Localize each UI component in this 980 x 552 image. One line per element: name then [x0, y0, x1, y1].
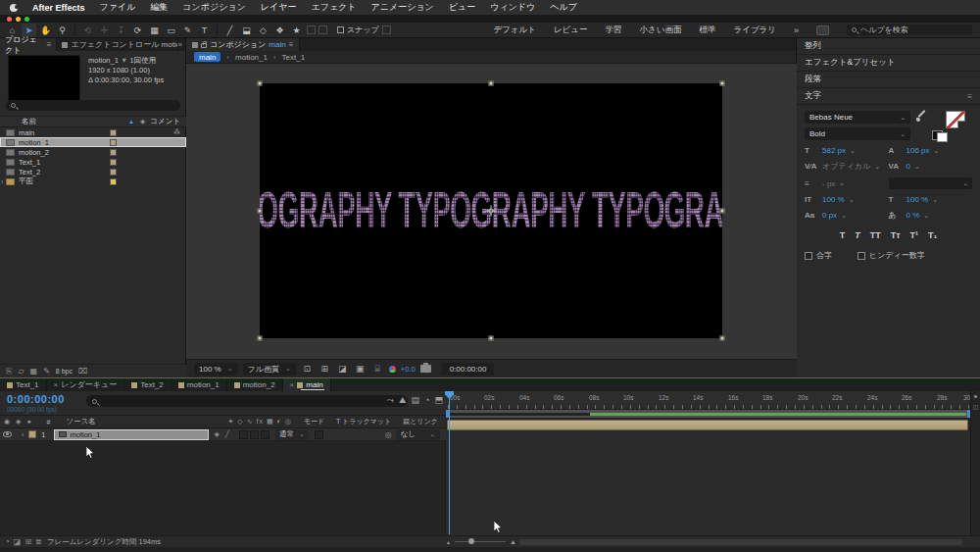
horizontal-scale-value[interactable]: 100 % [906, 195, 929, 204]
layer-list-empty-area[interactable] [0, 441, 446, 535]
column-source-name[interactable]: ソース名 [67, 417, 96, 427]
pen-tool-icon[interactable]: ✎ [180, 24, 195, 36]
folder-expander-icon[interactable]: › [1, 178, 3, 185]
usage-caret-icon[interactable]: ▼ [121, 56, 127, 65]
tab-overflow-icon[interactable]: » [178, 40, 185, 49]
panel-effects-presets[interactable]: エフェクト&プリセット [797, 55, 980, 72]
zoom-slider-knob[interactable] [468, 538, 474, 544]
stroke-color-swatch-alt[interactable] [937, 132, 948, 142]
project-row-motion-2[interactable]: motion_2 [0, 147, 186, 157]
layer-row-motion-1[interactable]: › 1 motion_1 ◈ ╱ 通常 ⌄ ◎ なし ⌄ [0, 428, 446, 441]
workspace-overflow-icon[interactable]: » [794, 25, 799, 35]
superscript-button[interactable]: T¹ [910, 230, 919, 240]
draft-3d-icon[interactable]: ⛰ [399, 395, 407, 406]
comp-button-icon[interactable]: ◫ [973, 403, 979, 410]
selection-handle[interactable] [258, 336, 263, 341]
parent-select[interactable]: なし ⌄ [396, 429, 440, 440]
menu-animation[interactable]: アニメーション [371, 1, 434, 14]
eraser-tool-icon[interactable]: ◇ [256, 24, 270, 36]
puppet-tool-icon[interactable]: ★ [289, 24, 304, 36]
ligatures-toggle[interactable]: 合字 [805, 250, 832, 261]
label-color[interactable] [110, 149, 117, 156]
layer-label-color[interactable] [28, 430, 36, 438]
mask-visibility-icon[interactable]: ⊞ [318, 364, 331, 374]
minimize-window-button[interactable] [16, 17, 21, 22]
exposure-value[interactable]: +0.0 [401, 365, 416, 374]
tab-project[interactable]: プロジェクト ≡ [0, 38, 57, 51]
comp-marker-icon[interactable]: ⚑ [973, 393, 978, 400]
font-size-value[interactable]: 582 px [822, 146, 846, 155]
lock-icon[interactable] [201, 43, 207, 48]
label-color[interactable] [110, 178, 117, 185]
close-icon[interactable]: × [54, 380, 59, 389]
timeline-tab-motion-1[interactable]: motion_1 [172, 378, 227, 391]
grid-guides-icon[interactable]: ⊡ [301, 364, 314, 374]
list-icon[interactable]: ≣ [35, 537, 42, 546]
current-timecode[interactable]: 0:00:00:00 [7, 393, 65, 405]
resolution-select[interactable]: フル画質 ⌄ [243, 363, 296, 376]
workspace-small-screen[interactable]: 小さい画面 [640, 25, 682, 36]
column-number[interactable]: # [47, 419, 51, 426]
hindi-digits-checkbox[interactable] [858, 252, 865, 260]
fill-stroke-swatches[interactable] [932, 111, 965, 140]
zoom-tool-icon[interactable]: ⚲ [55, 24, 70, 36]
zoom-window-button[interactable] [24, 17, 29, 22]
ligatures-checkbox[interactable] [805, 252, 812, 260]
panel-character[interactable]: 文字 ≡ [797, 88, 980, 105]
region-of-interest-icon[interactable]: ◪ [336, 364, 349, 374]
chevron-down-icon[interactable]: ⌄ [923, 212, 929, 220]
project-row-motion-1[interactable]: motion_1 [0, 137, 186, 147]
panel-menu-icon[interactable]: ≡ [967, 92, 972, 101]
sort-ascending-icon[interactable]: ▲ [128, 119, 134, 125]
delete-icon[interactable]: ⌧ [78, 367, 87, 376]
workspace-default[interactable]: デフォルト [493, 25, 536, 36]
project-row-solids-folder[interactable]: › 平面 [0, 176, 186, 186]
timeline-tab-text-1[interactable]: Text_1 [0, 378, 47, 391]
roto-brush-tool-icon[interactable]: ❖ [272, 24, 287, 36]
selection-handle[interactable] [720, 336, 725, 341]
label-color[interactable] [110, 139, 117, 146]
work-area-bar[interactable] [446, 410, 970, 418]
layer-expander-icon[interactable]: › [22, 431, 24, 438]
rotation-tool-icon[interactable]: ⟳ [130, 24, 145, 36]
timeline-search-input[interactable] [86, 395, 408, 407]
menu-file[interactable]: ファイル [100, 1, 136, 14]
close-icon[interactable]: × [290, 380, 295, 389]
chevron-down-icon[interactable]: ⌄ [934, 147, 940, 155]
selection-handle[interactable] [489, 81, 494, 86]
column-track-matte[interactable]: T トラックマット [336, 417, 391, 427]
chevron-down-icon[interactable]: ⌄ [874, 163, 880, 171]
eyedropper-icon[interactable] [916, 111, 926, 124]
menu-window[interactable]: ウィンドウ [490, 1, 535, 14]
chevron-down-icon[interactable]: ⌄ [841, 212, 847, 220]
time-ruler[interactable]: 00s 02s 04s 06s 08s 10s 12s 14s 16s 18s … [446, 391, 970, 410]
breadcrumb-motion-1[interactable]: motion_1 [235, 53, 268, 62]
brush-tool-icon[interactable]: ╱ [222, 24, 237, 36]
project-search-input[interactable] [6, 100, 180, 111]
pickwhip-icon[interactable]: ◎ [385, 430, 392, 439]
blend-mode-select[interactable]: 通常 ⌄ [275, 429, 309, 440]
hindi-digits-toggle[interactable]: ヒンディー数字 [858, 250, 925, 261]
layer-duration-bar[interactable] [447, 420, 968, 430]
faux-bold-button[interactable]: T [840, 230, 846, 240]
clone-stamp-tool-icon[interactable]: ⬓ [239, 24, 254, 36]
selection-handle[interactable] [720, 81, 725, 86]
magnification-select[interactable]: 100 % ⌄ [194, 363, 238, 376]
horizontal-scrollbar[interactable] [519, 539, 962, 545]
label-color[interactable] [110, 159, 117, 166]
all-caps-button[interactable]: TT [870, 230, 881, 240]
column-mode[interactable]: モード [304, 417, 324, 427]
chevron-down-icon[interactable]: ⌄ [932, 196, 938, 204]
motion-blur-icon[interactable]: ◔ [424, 395, 429, 406]
help-search-input[interactable]: ヘルプを検索 [847, 25, 972, 35]
selection-handle[interactable] [258, 209, 263, 214]
menu-edit[interactable]: 編集 [150, 1, 168, 14]
new-folder-icon[interactable]: ▱ [18, 367, 24, 376]
interpret-footage-icon[interactable]: ⎘ [6, 367, 12, 376]
menu-layer[interactable]: レイヤー [261, 1, 297, 14]
app-menu[interactable]: After Effects [32, 3, 85, 13]
breadcrumb-text-1[interactable]: Text_1 [282, 53, 306, 62]
menu-composition[interactable]: コンポジション [182, 1, 245, 14]
layer-switch-boxes[interactable] [239, 430, 270, 439]
small-caps-button[interactable]: Tт [891, 230, 901, 240]
